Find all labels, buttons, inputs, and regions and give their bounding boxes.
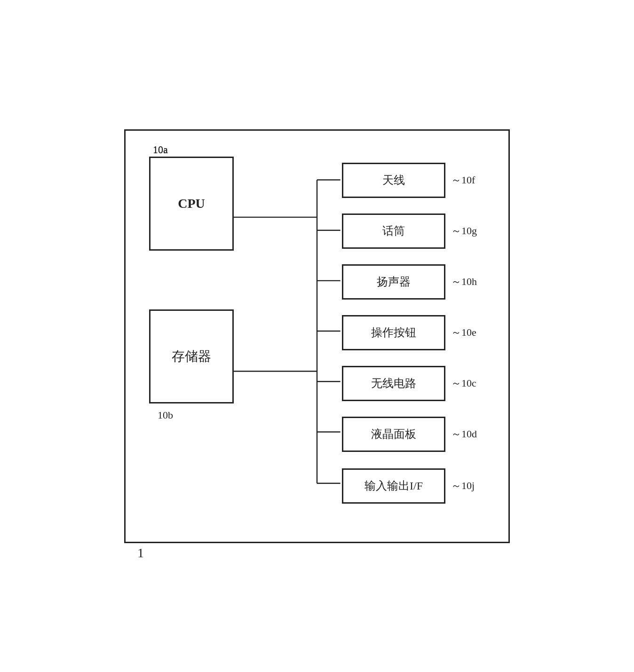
component-label-10e: ～10e: [451, 325, 476, 340]
component-label-10c: ～10c: [451, 376, 476, 390]
component-box-10h: 扬声器: [342, 264, 445, 300]
component-row-10h: 扬声器 ～10h: [342, 264, 477, 300]
component-box-10c: 无线电路: [342, 366, 445, 401]
memory-id-label: 10b: [158, 409, 173, 421]
component-label-10j: ～10j: [451, 479, 475, 493]
component-text-10j: 输入输出I/F: [365, 478, 423, 493]
component-box-10d: 液晶面板: [342, 417, 445, 452]
memory-box: 存储器: [149, 309, 234, 403]
component-label-10g: ～10g: [451, 224, 477, 238]
outer-box: 10a CPU 存储器 10b 天线 ～10f: [124, 129, 510, 543]
component-row-10c: 无线电路 ～10c: [342, 366, 476, 401]
cpu-id-display: 10a: [153, 144, 168, 156]
component-row-10f: 天线 ～10f: [342, 163, 475, 198]
component-text-10f: 天线: [382, 173, 405, 188]
component-label-10d: ～10d: [451, 427, 477, 441]
component-label-10h: ～10h: [451, 275, 477, 289]
component-text-10h: 扬声器: [377, 274, 411, 289]
component-label-10f: ～10f: [451, 173, 475, 187]
cpu-text: CPU: [178, 196, 205, 211]
cpu-box: CPU: [149, 157, 234, 251]
component-row-10g: 话筒 ～10g: [342, 213, 477, 249]
diagram-wrapper: 10a CPU 存储器 10b 天线 ～10f: [105, 113, 529, 560]
cpu-id-text: 10a: [153, 144, 168, 156]
component-box-10g: 话筒: [342, 213, 445, 249]
memory-block: 存储器 10b: [149, 309, 234, 403]
component-box-10f: 天线: [342, 163, 445, 198]
outer-label: 1: [137, 546, 144, 561]
cpu-block: 10a CPU: [149, 157, 234, 251]
outer-label-text: 1: [137, 546, 144, 560]
component-text-10d: 液晶面板: [371, 427, 416, 442]
memory-text: 存储器: [172, 348, 211, 365]
component-row-10d: 液晶面板 ～10d: [342, 417, 477, 452]
component-row-10j: 输入输出I/F ～10j: [342, 468, 475, 504]
component-box-10e: 操作按钮: [342, 315, 445, 350]
component-box-10j: 输入输出I/F: [342, 468, 445, 504]
component-text-10e: 操作按钮: [371, 325, 416, 340]
component-text-10g: 话筒: [382, 223, 405, 238]
component-text-10c: 无线电路: [371, 376, 416, 391]
component-row-10e: 操作按钮 ～10e: [342, 315, 476, 350]
